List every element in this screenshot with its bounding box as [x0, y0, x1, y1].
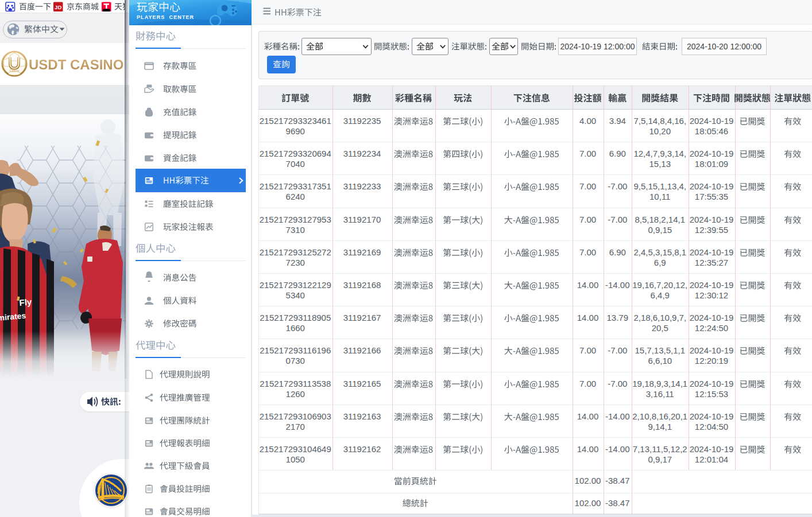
svg-text:JD: JD — [55, 4, 61, 10]
